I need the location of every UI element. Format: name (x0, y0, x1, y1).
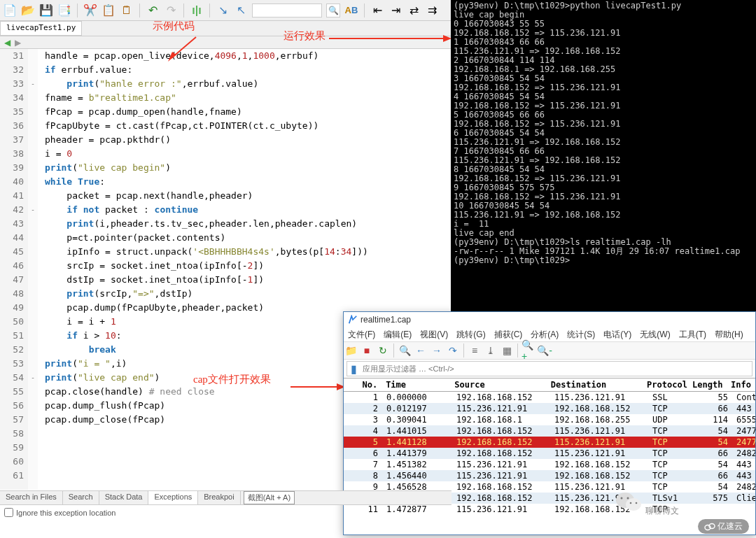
ws-menu-item[interactable]: 分析(A) (531, 329, 559, 341)
ws-restart-icon[interactable]: ↻ (376, 344, 390, 358)
ws-menu-item[interactable]: 电话(Y) (603, 329, 631, 341)
fold-marker[interactable] (28, 147, 38, 161)
find-icon[interactable]: 🔍 (326, 3, 340, 17)
fold-marker[interactable] (28, 301, 38, 315)
ws-next-icon[interactable]: → (430, 344, 444, 358)
fold-gutter[interactable]: - - - (28, 49, 38, 490)
ws-header-cell[interactable]: Info (727, 378, 755, 391)
ws-menu-item[interactable]: 文件(F) (348, 329, 375, 341)
ws-stop-icon[interactable]: ■ (360, 344, 374, 358)
fold-marker[interactable] (28, 427, 38, 441)
ws-menu-item[interactable]: 帮助(H) (715, 329, 743, 341)
fold-marker[interactable]: - (28, 203, 38, 217)
fold-marker[interactable] (28, 385, 38, 399)
ws-autoscroll-icon[interactable]: ⤓ (484, 344, 498, 358)
ws-filter-icon[interactable]: ▮ (347, 362, 360, 376)
fold-marker[interactable] (28, 441, 38, 455)
fold-marker[interactable] (28, 273, 38, 287)
ws-header-cell[interactable]: Time (382, 378, 450, 391)
bottom-tab[interactable]: Breakpoi (198, 491, 240, 504)
redo-icon[interactable]: ↷ (164, 3, 178, 17)
fold-marker[interactable] (28, 105, 38, 119)
ws-packet-row[interactable]: 71.451382115.236.121.91192.168.168.152TC… (344, 459, 755, 470)
fold-marker[interactable]: - (28, 371, 38, 385)
wireshark-menu[interactable]: 文件(F)编辑(E)视图(V)跳转(G)捕获(C)分析(A)统计(S)电话(Y)… (344, 327, 755, 341)
open-folder-icon[interactable]: 📂 (21, 3, 35, 17)
fold-marker[interactable] (28, 133, 38, 147)
wireshark-table-header[interactable]: No.TimeSourceDestinationProtocolLengthIn… (344, 378, 755, 392)
fold-marker[interactable] (28, 315, 38, 329)
ws-menu-item[interactable]: 捕获(C) (494, 329, 523, 341)
ws-menu-item[interactable]: 工具(T) (679, 329, 706, 341)
fold-marker[interactable] (28, 357, 38, 371)
ws-menu-item[interactable]: 统计(S) (567, 329, 595, 341)
fold-marker[interactable] (28, 189, 38, 203)
bottom-tab[interactable]: Search in Files (0, 491, 63, 504)
fold-marker[interactable] (28, 217, 38, 231)
ws-packet-row[interactable]: 51.441128192.168.168.152115.236.121.91TC… (344, 437, 755, 448)
bottom-tab[interactable]: Stack Data (99, 491, 149, 504)
paste-icon[interactable]: 🗒 (120, 3, 134, 17)
undo-icon[interactable]: ↶ (146, 3, 160, 17)
copy-icon[interactable]: 📑 (57, 3, 71, 17)
ws-packet-row[interactable]: 10.000000192.168.168.152115.236.121.91SS… (344, 392, 755, 403)
ws-packet-row[interactable]: 20.012197115.236.121.91192.168.168.152TC… (344, 403, 755, 414)
step-icon[interactable]: ↘ (216, 3, 230, 17)
cut-icon[interactable]: ✂️ (83, 3, 97, 17)
join-icon[interactable]: ⇄ (407, 3, 421, 17)
wireshark-titlebar[interactable]: realtime1.cap (344, 312, 755, 327)
fold-marker[interactable] (28, 469, 38, 483)
fold-marker[interactable] (28, 231, 38, 245)
ws-packet-row[interactable]: 61.441379192.168.168.152115.236.121.91TC… (344, 448, 755, 459)
fold-marker[interactable] (28, 259, 38, 273)
ws-menu-item[interactable]: 跳转(G) (456, 329, 485, 341)
debug-run-icon[interactable]: ı|ı (190, 3, 204, 17)
fold-marker[interactable] (28, 343, 38, 357)
ws-menu-item[interactable]: 无线(W) (640, 329, 670, 341)
ws-header-cell[interactable]: Source (450, 378, 546, 391)
ws-header-cell[interactable]: No. (344, 378, 382, 391)
ws-prev-icon[interactable]: ← (414, 344, 428, 358)
nav-right-icon[interactable]: ▶ (15, 38, 21, 48)
fold-marker[interactable]: - (28, 77, 38, 91)
ws-zoom-out-icon[interactable]: 🔍- (538, 344, 552, 358)
fold-marker[interactable] (28, 49, 38, 63)
search-input[interactable] (252, 3, 322, 17)
ws-packet-row[interactable]: 41.441015192.168.168.152115.236.121.91TC… (344, 425, 755, 437)
fold-marker[interactable] (28, 161, 38, 175)
fold-marker[interactable] (28, 63, 38, 77)
ws-packet-row[interactable]: 30.309041192.168.168.1192.168.168.255UDP… (344, 414, 755, 425)
ws-goto-icon[interactable]: ↷ (446, 344, 460, 358)
fold-marker[interactable] (28, 329, 38, 343)
wireshark-filter-input[interactable] (360, 364, 752, 373)
next-icon[interactable]: ⇉ (425, 3, 439, 17)
editor-tab[interactable]: livecapTest1.py (0, 21, 82, 36)
nav-left-icon[interactable]: ◀ (4, 38, 10, 48)
terminal-output[interactable]: (py39env) D:\tmp\t1029>python livecapTes… (451, 0, 756, 311)
fold-marker[interactable] (28, 399, 38, 413)
fold-marker[interactable] (28, 175, 38, 189)
bottom-tab[interactable]: Exceptions (148, 491, 198, 504)
ws-menu-item[interactable]: 视图(V) (420, 329, 448, 341)
ws-find-icon[interactable]: 🔍 (398, 344, 412, 358)
save-icon[interactable]: 💾 (39, 3, 53, 17)
ignore-exception-checkbox[interactable]: Ignore this exception location (4, 508, 447, 517)
screenshot-hint[interactable]: 截图(Alt + A) (244, 491, 295, 504)
fold-marker[interactable] (28, 245, 38, 259)
fold-marker[interactable] (28, 287, 38, 301)
ws-header-cell[interactable]: Destination (547, 378, 643, 391)
replace-icon[interactable]: AB (344, 3, 358, 17)
ws-header-cell[interactable]: Length (688, 378, 727, 391)
new-file-icon[interactable]: 📄 (3, 3, 17, 17)
ws-header-cell[interactable]: Protocol (643, 378, 688, 391)
ws-colorize-icon[interactable]: ▦ (500, 344, 514, 358)
ws-menu-item[interactable]: 编辑(E) (384, 329, 412, 341)
ws-packet-row[interactable]: 81.456440115.236.121.91192.168.168.152TC… (344, 470, 755, 481)
ws-folder-icon[interactable]: 📁 (344, 344, 358, 358)
fold-marker[interactable] (28, 119, 38, 133)
ignore-checkbox[interactable] (4, 508, 13, 517)
fold-marker[interactable] (28, 413, 38, 427)
indent-icon[interactable]: ⇥ (388, 3, 402, 17)
outdent-icon[interactable]: ⇤ (370, 3, 384, 17)
ws-zoom-in-icon[interactable]: 🔍+ (522, 344, 536, 358)
